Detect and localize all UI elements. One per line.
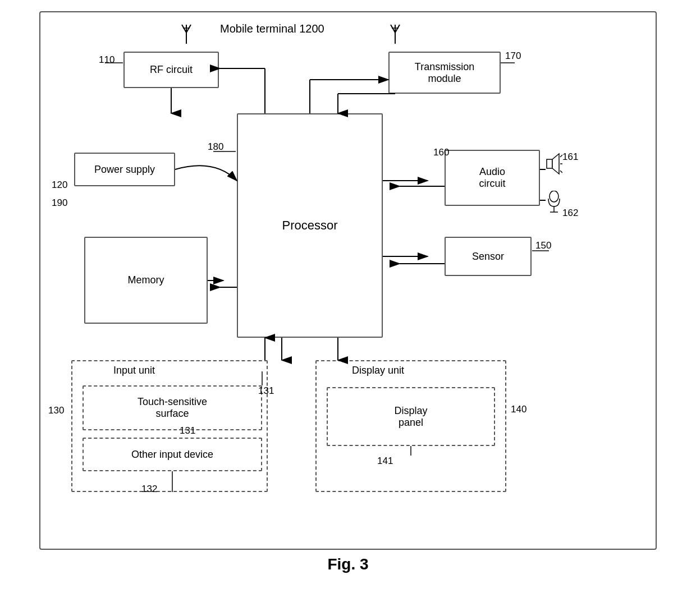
- input-unit-label: Input unit: [113, 365, 155, 376]
- svg-rect-13: [547, 159, 552, 168]
- display-unit-ref: 140: [511, 404, 526, 415]
- svg-marker-14: [552, 154, 559, 174]
- transmission-module-block: Transmissionmodule: [388, 52, 501, 94]
- touch-surface-ref: 131: [180, 425, 195, 436]
- speaker-ref: 161: [562, 151, 578, 163]
- antenna-right-icon: [388, 22, 402, 44]
- audio-circuit-block: Audiocircuit: [445, 150, 540, 206]
- other-input-ref: 132: [141, 484, 157, 495]
- microphone-ref: 162: [562, 208, 578, 219]
- diagram-title: Mobile terminal 1200: [220, 22, 324, 35]
- display-panel-ref: 141: [377, 456, 393, 467]
- other-input-block: Other input device: [83, 438, 262, 471]
- svg-line-17: [560, 171, 562, 173]
- microphone-icon: [546, 191, 562, 213]
- svg-point-18: [550, 191, 558, 202]
- diagram-container: Mobile terminal 1200 RF circuit 110 Tran…: [39, 11, 657, 550]
- svg-line-1: [182, 25, 186, 33]
- svg-line-7: [395, 25, 400, 33]
- touch-surface-block: Touch-sensitivesurface: [83, 385, 262, 430]
- input-unit-ref: 130: [48, 405, 64, 416]
- rf-ref-line: [105, 57, 125, 68]
- sensor-ref-line: [532, 245, 552, 256]
- display-panel-block: Displaypanel: [327, 387, 495, 446]
- antenna-left-icon: [180, 22, 193, 44]
- sensor-block: Sensor: [445, 237, 532, 276]
- memory-ref: 190: [52, 197, 67, 209]
- display-unit-label: Display unit: [352, 365, 404, 376]
- svg-line-2: [186, 25, 191, 33]
- fig-caption: Fig. 3: [327, 555, 368, 573]
- power-supply-block: Power supply: [74, 153, 175, 186]
- svg-line-6: [391, 25, 395, 33]
- speaker-icon: [546, 151, 562, 177]
- power-supply-ref: 120: [52, 180, 67, 191]
- processor-block: Processor: [237, 113, 383, 338]
- transmission-ref-line: [501, 57, 520, 68]
- processor-ref-line: [213, 146, 239, 157]
- memory-block: Memory: [84, 237, 208, 324]
- touch-surface-arrow-ref: 131: [258, 385, 274, 397]
- rf-circuit-block: RF circuit: [123, 52, 219, 88]
- audio-circuit-ref: 160: [433, 147, 449, 158]
